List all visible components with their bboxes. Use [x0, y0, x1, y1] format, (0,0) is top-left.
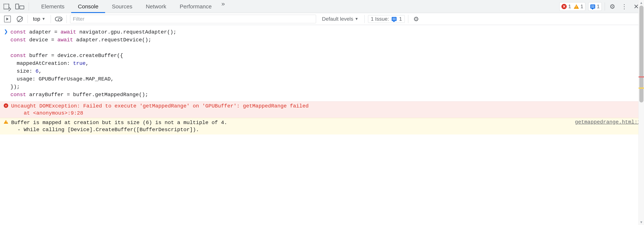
- console-input-row[interactable]: ❯ const adapter = await navigator.gpu.re…: [0, 27, 644, 101]
- message-counters[interactable]: ✕ 1 1: [560, 2, 585, 11]
- message-icon: [392, 17, 396, 21]
- message-icon: [590, 4, 595, 8]
- console-warning-text: Buffer is mapped at creation but its siz…: [11, 119, 565, 133]
- tabs-overflow-button[interactable]: »: [218, 0, 228, 13]
- live-expression-button[interactable]: [54, 14, 63, 24]
- info-counter[interactable]: 1: [590, 4, 600, 10]
- info-count: 1: [597, 4, 600, 10]
- execution-context-select[interactable]: top ▼: [31, 15, 47, 23]
- console-toolbar: top ▼ Default levels ▼ 1 Issue: 1 ⚙: [0, 13, 644, 25]
- tab-console[interactable]: Console: [71, 0, 105, 13]
- console-warning-row[interactable]: Buffer is mapped at creation but its siz…: [0, 118, 644, 134]
- context-label: top: [33, 16, 40, 22]
- error-count: 1: [568, 4, 571, 10]
- chevron-down-icon: ▼: [355, 17, 358, 21]
- warning-icon: [574, 4, 579, 9]
- scroll-track[interactable]: [638, 6, 644, 134]
- warning-count: 1: [580, 4, 584, 10]
- scroll-marker-warning: [638, 88, 644, 89]
- tab-network[interactable]: Network: [139, 0, 173, 13]
- window-scrollbar[interactable]: ▲ ▼: [638, 0, 644, 134]
- divider: [29, 2, 29, 10]
- tabstrip-right: ✕ 1 1 1 ⚙ ⋮ ✕: [560, 2, 641, 11]
- tabstrip-left: [2, 2, 29, 11]
- info-counter-box[interactable]: 1: [588, 2, 602, 11]
- tab-sources[interactable]: Sources: [105, 0, 139, 13]
- device-toolbar-icon[interactable]: [15, 2, 24, 11]
- prompt-icon: ❯: [3, 28, 8, 99]
- error-icon: ✕: [562, 4, 567, 9]
- chevron-down-icon: ▼: [42, 17, 46, 21]
- levels-label: Default levels: [322, 16, 353, 22]
- devtools-tabstrip: Elements Console Sources Network Perform…: [0, 0, 644, 13]
- issues-count: 1: [399, 16, 402, 22]
- console-body: ❯ const adapter = await navigator.gpu.re…: [0, 25, 644, 134]
- scroll-marker-error: [638, 76, 644, 78]
- settings-icon[interactable]: ⚙: [608, 2, 617, 11]
- divider: [364, 15, 365, 23]
- console-input-code[interactable]: const adapter = await navigator.gpu.requ…: [10, 28, 176, 99]
- log-levels-select[interactable]: Default levels ▼: [320, 15, 361, 23]
- divider: [66, 15, 67, 23]
- clear-console-button[interactable]: [15, 14, 24, 24]
- console-settings-icon[interactable]: ⚙: [412, 14, 420, 24]
- error-counter[interactable]: ✕ 1: [562, 4, 571, 10]
- console-filter-input[interactable]: [70, 15, 316, 23]
- error-icon: ✕: [3, 103, 8, 108]
- panel-tabs: Elements Console Sources Network Perform…: [34, 0, 228, 13]
- console-source-link[interactable]: getmappedrange.html:1: [575, 119, 641, 125]
- eye-icon: [55, 17, 62, 21]
- warning-counter[interactable]: 1: [574, 4, 584, 10]
- scroll-up-arrow[interactable]: ▲: [638, 0, 644, 6]
- toggle-sidebar-button[interactable]: [3, 14, 12, 24]
- divider: [408, 15, 408, 23]
- warning-icon: [3, 119, 8, 124]
- issues-label: 1 Issue:: [371, 16, 389, 22]
- inspect-element-icon[interactable]: [2, 2, 11, 11]
- console-error-text: Uncaught DOMException: Failed to execute…: [11, 103, 641, 117]
- console-error-row[interactable]: ✕ Uncaught DOMException: Failed to execu…: [0, 101, 644, 118]
- tab-performance[interactable]: Performance: [173, 0, 218, 13]
- tab-elements[interactable]: Elements: [34, 0, 71, 13]
- issues-button[interactable]: 1 Issue: 1: [368, 15, 405, 23]
- divider: [28, 15, 28, 23]
- more-menu-icon[interactable]: ⋮: [620, 2, 629, 11]
- clear-icon: [17, 16, 23, 22]
